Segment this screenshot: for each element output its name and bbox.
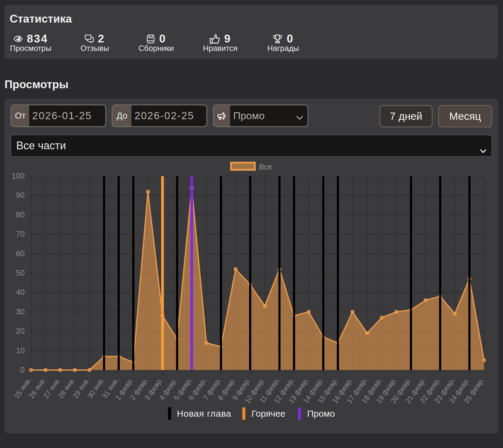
svg-text:90: 90 — [16, 191, 25, 200]
svg-text:20: 20 — [16, 326, 25, 335]
svg-text:0: 0 — [20, 365, 25, 374]
svg-text:40: 40 — [16, 288, 25, 297]
svg-text:50: 50 — [16, 268, 25, 277]
svg-text:Все: Все — [259, 163, 272, 171]
svg-text:60: 60 — [16, 249, 25, 258]
svg-text:30: 30 — [16, 307, 25, 316]
svg-text:80: 80 — [16, 210, 25, 219]
svg-text:70: 70 — [16, 229, 25, 238]
svg-text:Новая глава: Новая глава — [177, 409, 231, 418]
svg-text:100: 100 — [12, 171, 25, 180]
svg-text:Горячее: Горячее — [252, 409, 285, 418]
svg-text:Промо: Промо — [307, 409, 335, 418]
svg-text:10: 10 — [16, 346, 25, 355]
